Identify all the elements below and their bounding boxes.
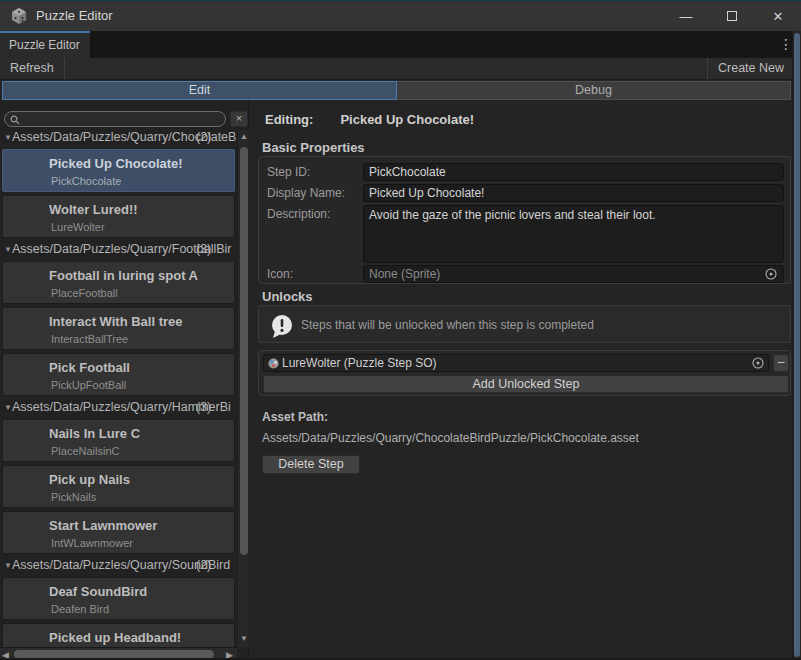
step-id-field[interactable] (363, 163, 784, 181)
step-list-item[interactable]: Picked up Headband! (2, 623, 235, 647)
step-list-item[interactable]: Football in luring spot APlaceFootball (2, 261, 235, 304)
group-foldout-header[interactable]: ▼Assets/Data/Puzzles/Quarry/ChocolateB(2… (0, 130, 237, 146)
title-bar: Puzzle Editor — ✕ (0, 1, 801, 31)
toolbar: Refresh Create New (0, 58, 801, 80)
step-list-item[interactable]: Wolter Lured!!LureWolter (2, 195, 235, 238)
step-list-panel: × ▼Assets/Data/Puzzles/Quarry/ChocolateB… (0, 100, 249, 660)
editing-header: Editing:Picked Up Chocolate! (265, 112, 474, 127)
description-label: Description: (267, 207, 330, 221)
group-foldout-header[interactable]: ▼Assets/Data/Puzzles/Quarry/FootballBir(… (0, 242, 237, 258)
search-field[interactable] (4, 111, 226, 127)
step-item-id: PickUpFootBall (51, 379, 126, 391)
step-item-id: LureWolter (51, 221, 105, 233)
step-item-title: Wolter Lured!! (49, 202, 138, 217)
step-item-title: Picked up Headband! (49, 630, 181, 645)
icon-object-field[interactable]: None (Sprite) (363, 265, 784, 283)
step-list-item[interactable]: Pick up NailsPickNails (2, 465, 235, 508)
close-button[interactable]: ✕ (755, 1, 801, 31)
step-editor-panel: Editing:Picked Up Chocolate! Basic Prope… (250, 100, 792, 660)
group-count-badge: (2) (196, 130, 211, 144)
unlocks-help-text: Steps that will be unlocked when this st… (301, 318, 594, 332)
puzzle-editor-window: Puzzle Editor — ✕ Puzzle Editor ⋮ Refres… (0, 0, 801, 660)
window-vertical-scrollbar[interactable] (792, 31, 801, 660)
group-count-badge: (3) (196, 400, 211, 414)
unlock-object-name: LureWolter (Puzzle Step SO) (282, 356, 749, 370)
asset-path-value: Assets/Data/Puzzles/Quarry/ChocolateBird… (262, 431, 639, 445)
foldout-triangle-icon[interactable]: ▼ (0, 245, 12, 254)
step-list-item[interactable]: Interact With Ball treeInteractBallTree (2, 307, 235, 350)
foldout-triangle-icon[interactable]: ▼ (0, 561, 12, 570)
search-icon (10, 115, 20, 125)
description-field[interactable]: Avoid the gaze of the picnic lovers and … (363, 205, 784, 263)
unlock-list-box: LureWolter (Puzzle Step SO) – Add Unlock… (258, 350, 791, 396)
icon-object-value: None (Sprite) (369, 267, 761, 281)
unlock-object-field[interactable]: LureWolter (Puzzle Step SO) (263, 354, 769, 372)
tab-edit[interactable]: Edit (2, 81, 397, 100)
add-unlocked-step-button[interactable]: Add Unlocked Step (263, 375, 789, 393)
step-item-title: Football in luring spot A (49, 268, 198, 283)
unlocks-help-box: Steps that will be unlocked when this st… (258, 305, 791, 343)
minimize-button[interactable]: — (663, 1, 709, 31)
step-item-id: PlaceFootball (51, 287, 118, 299)
step-item-id: Deafen Bird (51, 603, 109, 615)
step-item-id: InteractBallTree (51, 333, 128, 345)
step-item-title: Pick up Nails (49, 472, 130, 487)
display-name-field[interactable] (363, 184, 784, 202)
step-item-title: Picked Up Chocolate! (49, 156, 183, 171)
tab-debug[interactable]: Debug (397, 81, 791, 100)
group-count-badge: (2) (196, 558, 211, 572)
group-count-badge: (3) (196, 242, 211, 256)
step-item-title: Interact With Ball tree (49, 314, 183, 329)
sidebar-groups: ▼Assets/Data/Puzzles/Quarry/ChocolateB(2… (0, 130, 237, 647)
step-item-title: Pick Football (49, 360, 130, 375)
asset-path-label: Asset Path: (262, 410, 328, 424)
search-clear-button[interactable]: × (230, 111, 248, 127)
scriptable-object-icon (267, 357, 280, 370)
step-item-id: PickChocolate (51, 175, 121, 187)
list-scrollbar-thumb[interactable] (240, 147, 248, 555)
window-scrollbar-thumb[interactable] (794, 33, 800, 657)
display-name-label: Display Name: (267, 186, 345, 200)
mode-tabs: Edit Debug (2, 81, 791, 100)
step-list-item[interactable]: Pick FootballPickUpFootBall (2, 353, 235, 396)
app-cube-icon (10, 7, 28, 25)
icon-label: Icon: (267, 267, 293, 281)
search-input[interactable] (23, 112, 221, 126)
step-list-item[interactable]: Picked Up Chocolate!PickChocolate (2, 149, 235, 192)
info-icon (269, 313, 295, 339)
refresh-button[interactable]: Refresh (0, 58, 65, 80)
scroll-down-icon[interactable]: ▼ (238, 634, 250, 643)
step-item-title: Deaf SoundBird (49, 584, 147, 599)
tab-menu-kebab-icon[interactable]: ⋮ (779, 36, 793, 52)
create-new-button[interactable]: Create New (707, 58, 794, 80)
foldout-triangle-icon[interactable]: ▼ (0, 133, 12, 142)
step-item-id: PlaceNailsinC (51, 445, 119, 457)
step-item-title: Nails In Lure C (49, 426, 140, 441)
foldout-triangle-icon[interactable]: ▼ (0, 403, 12, 412)
unlocks-title: Unlocks (262, 289, 313, 304)
scroll-up-icon[interactable]: ▲ (238, 132, 250, 141)
group-foldout-header[interactable]: ▼Assets/Data/Puzzles/Quarry/SoundBird(2) (0, 558, 237, 574)
basic-properties-box: Step ID: Display Name: Description: Avoi… (258, 156, 791, 284)
editing-step-name: Picked Up Chocolate! (340, 112, 474, 127)
unlock-object-picker-icon[interactable] (751, 356, 765, 370)
tab-puzzle-editor[interactable]: Puzzle Editor (0, 31, 90, 58)
step-item-title: Start Lawnmower (49, 518, 157, 533)
list-vertical-scrollbar[interactable]: ▲ ▼ (237, 130, 249, 647)
object-picker-icon[interactable] (764, 267, 778, 281)
editing-label: Editing: (265, 112, 313, 127)
step-list-item[interactable]: Nails In Lure CPlaceNailsinC (2, 419, 235, 462)
basic-properties-title: Basic Properties (262, 140, 365, 155)
maximize-icon (727, 11, 737, 21)
editor-tab-bar: Puzzle Editor ⋮ (0, 31, 801, 58)
step-item-id: IntWLawnmower (51, 537, 133, 549)
step-list-item[interactable]: Deaf SoundBirdDeafen Bird (2, 577, 235, 620)
search-row: × (0, 111, 249, 127)
group-foldout-header[interactable]: ▼Assets/Data/Puzzles/Quarry/HammerBi(3) (0, 400, 237, 416)
step-id-label: Step ID: (267, 165, 310, 179)
delete-step-button[interactable]: Delete Step (262, 455, 360, 474)
remove-unlock-button[interactable]: – (773, 354, 789, 372)
step-list-item[interactable]: Start LawnmowerIntWLawnmower (2, 511, 235, 554)
window-title: Puzzle Editor (36, 8, 113, 23)
maximize-button[interactable] (709, 1, 755, 31)
